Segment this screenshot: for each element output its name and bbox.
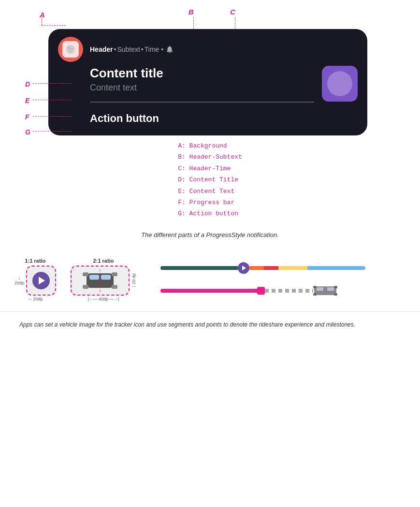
svg-rect-15 bbox=[313, 286, 317, 288]
svg-rect-13 bbox=[317, 287, 323, 291]
legend-box: A: Background B: Header-Subtext C: Heade… bbox=[178, 140, 242, 220]
label-A: A bbox=[40, 11, 45, 19]
legend-G: G: Action button bbox=[178, 208, 242, 219]
car-thumb-icon bbox=[313, 284, 337, 297]
legend-D: D: Content Title bbox=[178, 174, 242, 185]
action-button-label: Action button bbox=[90, 112, 314, 125]
legend-A: A: Background bbox=[178, 140, 242, 151]
content-text: Content text bbox=[90, 83, 314, 93]
legend-F: F: Progress bar bbox=[178, 197, 242, 208]
legend-C: C: Header-Time bbox=[178, 163, 242, 174]
track-thumb-square bbox=[257, 287, 265, 295]
svg-rect-6 bbox=[101, 275, 111, 280]
bell-icon bbox=[165, 45, 174, 54]
legend-B: B: Header-Subtext bbox=[178, 151, 242, 163]
svg-rect-17 bbox=[313, 293, 317, 296]
card-header-row: Header • Subtext • Time • bbox=[58, 37, 358, 62]
track-thumb-1 bbox=[238, 262, 249, 274]
legend-E: E: Content Text bbox=[178, 186, 242, 197]
card-header-text: Header • Subtext • Time • bbox=[90, 45, 358, 54]
label-B: B bbox=[188, 8, 194, 16]
label-C: C bbox=[230, 8, 235, 16]
svg-rect-5 bbox=[89, 275, 99, 280]
svg-point-1 bbox=[68, 47, 70, 49]
label-D: D bbox=[25, 80, 30, 88]
card-content-area: Content title Content text Action button bbox=[58, 66, 358, 125]
svg-rect-10 bbox=[112, 285, 117, 289]
card-content-left: Content title Content text Action button bbox=[90, 66, 314, 125]
label-F: F bbox=[25, 113, 29, 121]
track-row-1 bbox=[160, 262, 396, 274]
content-title: Content title bbox=[90, 66, 314, 81]
svg-point-3 bbox=[70, 50, 71, 51]
tracks-section bbox=[151, 262, 396, 297]
ratio-1-1-diagram: 1:1 ratio ↕ 20dp ↔ 20dp bbox=[14, 258, 56, 301]
svg-rect-8 bbox=[112, 272, 117, 276]
bottom-section: 1:1 ratio ↕ 20dp ↔ 20dp 2:1 ratio bbox=[0, 253, 420, 306]
card-avatar bbox=[58, 37, 83, 62]
top-caption: The different parts of a ProgressStyle n… bbox=[0, 224, 420, 253]
ratio-1-1-label: 1:1 ratio bbox=[25, 258, 46, 264]
ratio-1-1-box bbox=[26, 266, 56, 296]
card-thumbnail bbox=[322, 66, 358, 102]
label-G: G bbox=[25, 128, 30, 136]
label-E: E bbox=[25, 97, 29, 104]
svg-rect-9 bbox=[83, 285, 88, 289]
ratio-2-1-diagram: 2:1 ratio bbox=[71, 258, 136, 301]
track-row-2 bbox=[160, 284, 396, 297]
car-icon bbox=[81, 269, 119, 292]
progress-bar bbox=[90, 102, 314, 103]
svg-rect-7 bbox=[83, 272, 88, 276]
ratio-2-1-label: 2:1 ratio bbox=[93, 258, 114, 264]
ratio-2-1-box bbox=[71, 266, 130, 296]
notification-card: Header • Subtext • Time • Content title … bbox=[48, 29, 367, 135]
legend-section: A: Background B: Header-Subtext C: Heade… bbox=[0, 140, 420, 224]
svg-point-0 bbox=[66, 45, 75, 54]
svg-rect-14 bbox=[327, 287, 334, 291]
svg-rect-16 bbox=[334, 286, 337, 288]
play-button-icon bbox=[32, 272, 50, 289]
svg-point-2 bbox=[71, 48, 72, 49]
bottom-caption: Apps can set a vehicle image for the tra… bbox=[0, 311, 420, 338]
svg-rect-18 bbox=[334, 293, 337, 296]
